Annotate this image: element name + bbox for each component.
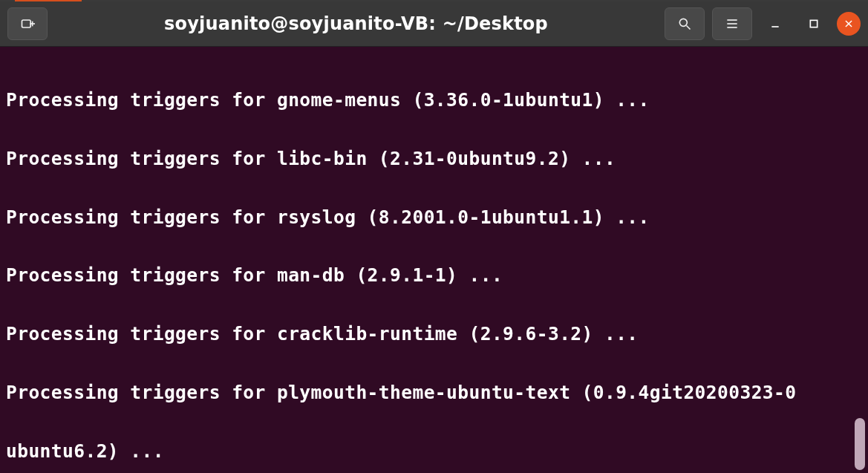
titlebar-right-group (665, 7, 861, 40)
terminal-line: Processing triggers for rsyslog (8.2001.… (6, 208, 867, 227)
terminal-window: soyjuanito@soyjuanito-VB: ~/Desktop (0, 0, 868, 473)
svg-rect-9 (810, 20, 817, 27)
terminal-line: Processing triggers for cracklib-runtime… (6, 324, 867, 344)
search-button[interactable] (665, 7, 705, 40)
window-title: soyjuanito@soyjuanito-VB: ~/Desktop (53, 13, 659, 34)
titlebar[interactable]: soyjuanito@soyjuanito-VB: ~/Desktop (0, 1, 868, 47)
hamburger-icon (725, 16, 740, 31)
minimize-icon (769, 18, 781, 30)
terminal-line: Processing triggers for gnome-menus (3.3… (6, 91, 867, 110)
search-icon (677, 16, 692, 31)
terminal-line: Processing triggers for man-db (2.9.1-1)… (6, 266, 867, 285)
close-button[interactable] (837, 12, 861, 36)
menu-button[interactable] (712, 7, 752, 40)
terminal-viewport[interactable]: Processing triggers for gnome-menus (3.3… (0, 47, 868, 473)
terminal-line: ubuntu6.2) ... (6, 442, 867, 461)
svg-rect-0 (22, 20, 31, 27)
minimize-button[interactable] (760, 8, 791, 39)
maximize-icon (808, 18, 820, 30)
scrollbar-thumb[interactable] (855, 418, 865, 470)
new-tab-icon (20, 16, 35, 31)
close-icon (843, 19, 854, 29)
terminal-line: Processing triggers for libc-bin (2.31-0… (6, 149, 867, 169)
svg-line-4 (687, 26, 691, 30)
svg-point-3 (679, 19, 687, 26)
new-tab-button[interactable] (7, 7, 48, 40)
maximize-button[interactable] (798, 8, 829, 39)
terminal-line: Processing triggers for plymouth-theme-u… (6, 383, 867, 402)
